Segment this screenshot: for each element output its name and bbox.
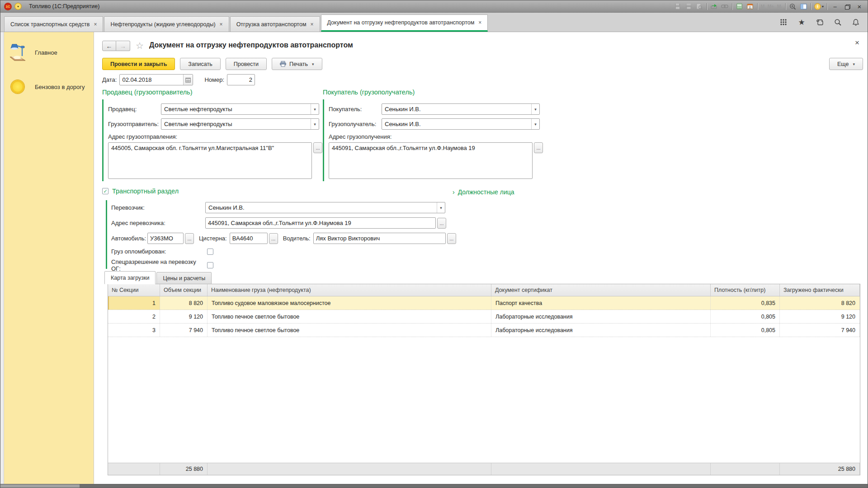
transport-checkbox[interactable]: ✓ — [102, 188, 108, 194]
chevron-down-icon[interactable]: ▾ — [311, 119, 319, 129]
tab-oil-products[interactable]: Нефтепродукты (жидкие углеводороды) × — [104, 16, 229, 32]
cell-section[interactable]: 3 — [108, 324, 160, 337]
cell-loaded[interactable]: 7 940 — [780, 324, 860, 337]
print-preview-icon[interactable] — [696, 3, 703, 10]
tank-input[interactable] — [230, 235, 267, 242]
cell-volume[interactable]: 9 120 — [160, 310, 208, 323]
column-header[interactable]: Объем секции — [160, 284, 208, 296]
cell-cargo[interactable]: Топливо печное светлое бытовое — [208, 324, 491, 337]
favorites-star-icon[interactable]: ★ — [797, 18, 806, 27]
transport-section-toggle[interactable]: ✓ Транспортный раздел — [102, 188, 179, 195]
calendar-picker-icon[interactable] — [183, 75, 193, 85]
address-picker-button[interactable]: ... — [313, 142, 322, 153]
number-input[interactable] — [227, 76, 255, 83]
go-link-icon[interactable] — [721, 3, 729, 10]
cargo-sealed-checkbox[interactable] — [207, 249, 213, 255]
tab-vehicle-list[interactable]: Список транспортных средств × — [4, 16, 103, 32]
chevron-down-icon[interactable]: ▾ — [311, 104, 319, 114]
column-header[interactable]: № Секции — [108, 284, 160, 296]
column-header[interactable]: Загружено фактически — [780, 284, 860, 296]
driver-input[interactable] — [314, 235, 445, 242]
sidebar-item-benzovoz[interactable]: Бензовоз в дорогу — [5, 76, 91, 97]
split-window-icon[interactable] — [800, 3, 807, 10]
memory-recall-button[interactable]: M — [761, 4, 764, 9]
history-scroll-icon[interactable] — [815, 18, 824, 27]
chevron-down-icon[interactable]: ▾ — [437, 202, 445, 213]
close-window-button[interactable]: × — [855, 3, 864, 10]
tab-prices[interactable]: Цены и расчеты — [156, 272, 212, 284]
seller-combo[interactable]: Светлые нефтепродукты ▾ — [161, 103, 319, 115]
carrier-address-input[interactable] — [206, 220, 435, 226]
service-info-button[interactable]: i ▾ — [814, 3, 824, 10]
more-button[interactable]: Еще ▾ — [829, 58, 863, 70]
vehicle-input[interactable] — [148, 235, 183, 242]
shipper-combo[interactable]: Светлые нефтепродукты ▾ — [161, 118, 319, 130]
carrier-address-picker-button[interactable]: ... — [437, 218, 446, 229]
back-button[interactable]: ← — [102, 41, 116, 51]
cell-cargo[interactable]: Топливо судовое маловязкое малосернистое — [208, 296, 491, 310]
write-button[interactable]: Записать — [180, 58, 220, 70]
memory-subtract-button[interactable]: M- — [777, 4, 782, 9]
zoom-icon[interactable] — [789, 3, 797, 10]
calendar-icon[interactable]: 31 — [746, 3, 754, 10]
cell-section[interactable]: 1 — [108, 296, 160, 310]
forward-button[interactable]: → — [116, 41, 130, 51]
restore-button[interactable] — [843, 3, 852, 10]
ship-to-address-input[interactable]: 445091, Самарская обл.,г.Тольятти ул.Ф.Н… — [329, 142, 533, 179]
carrier-combo[interactable]: Сенькин И.В. ▾ — [205, 202, 445, 213]
cell-section[interactable]: 2 — [108, 310, 160, 323]
main-menu-button[interactable]: ▾ — [14, 3, 22, 10]
table-row[interactable]: 1 8 820 Топливо судовое маловязкое малос… — [108, 296, 860, 310]
driver-picker-button[interactable]: ... — [447, 233, 456, 244]
special-permit-checkbox[interactable] — [207, 262, 213, 268]
buyer-combo[interactable]: Сенькин И.В. ▾ — [382, 103, 540, 115]
tab-truck-shipment[interactable]: Отгрузка автотранспортом × — [230, 16, 320, 32]
cell-density[interactable]: 0,835 — [711, 296, 780, 310]
table-row[interactable]: 2 9 120 Топливо печное светлое бытовое Л… — [108, 310, 860, 324]
search-icon[interactable] — [833, 18, 842, 27]
chevron-down-icon[interactable]: ▾ — [531, 119, 539, 129]
column-header[interactable]: Плотность (кг/литр) — [711, 284, 780, 296]
tab-load-map[interactable]: Карта загрузки — [104, 271, 156, 284]
favorite-star-icon[interactable]: ☆ — [136, 40, 144, 51]
form-close-icon[interactable]: × — [855, 38, 859, 47]
cell-cargo[interactable]: Топливо печное светлое бытовое — [208, 310, 491, 323]
chevron-down-icon[interactable]: ▾ — [531, 104, 539, 114]
vehicle-picker-button[interactable]: ... — [185, 233, 194, 244]
date-input[interactable] — [120, 76, 183, 83]
column-header[interactable]: Документ сертификат — [491, 284, 711, 296]
cell-volume[interactable]: 7 940 — [160, 324, 208, 337]
cell-loaded[interactable]: 8 820 — [780, 296, 860, 310]
tab-close-icon[interactable]: × — [220, 21, 223, 28]
table-row[interactable]: 3 7 940 Топливо печное светлое бытовое Л… — [108, 324, 860, 337]
consignee-combo[interactable]: Сенькин И.В. ▾ — [382, 118, 540, 130]
tab-close-icon[interactable]: × — [94, 21, 97, 28]
address-picker-button[interactable]: ... — [534, 142, 543, 153]
post-button[interactable]: Провести — [226, 58, 267, 70]
cell-volume[interactable]: 8 820 — [160, 296, 208, 310]
cell-density[interactable]: 0,805 — [711, 310, 780, 323]
notifications-bell-icon[interactable] — [851, 18, 860, 27]
tab-close-icon[interactable]: × — [310, 21, 313, 28]
officials-expander[interactable]: › Должностные лица — [453, 188, 514, 196]
cell-density[interactable]: 0,805 — [711, 324, 780, 337]
tank-picker-button[interactable]: ... — [269, 233, 278, 244]
minimize-button[interactable]: – — [830, 3, 840, 10]
cell-certificate[interactable]: Паспорт качества — [491, 296, 711, 310]
sidebar-item-main[interactable]: Главное — [5, 39, 91, 66]
tab-shipment-document[interactable]: Документ на отгрузку нефтепродуктов авто… — [321, 14, 488, 32]
print-button[interactable]: Печать ▾ — [272, 58, 322, 70]
cell-certificate[interactable]: Лабораторные исследования — [491, 324, 711, 337]
tab-close-icon[interactable]: × — [478, 19, 481, 26]
print-icon[interactable] — [685, 3, 693, 10]
all-functions-grid-icon[interactable] — [779, 18, 788, 27]
calculator-icon[interactable] — [736, 3, 743, 10]
ship-from-address-input[interactable]: 445005, Самарская обл. г.Тольятти ул.Маг… — [108, 142, 312, 179]
cell-certificate[interactable]: Лабораторные исследования — [491, 310, 711, 323]
memory-add-button[interactable]: M+ — [768, 4, 774, 9]
post-and-close-button[interactable]: Провести и закрыть — [102, 58, 175, 70]
get-link-icon[interactable] — [710, 3, 718, 10]
save-icon[interactable] — [674, 3, 682, 10]
column-header[interactable]: Наименование груза (нефтепродукта) — [208, 284, 491, 296]
cell-loaded[interactable]: 9 120 — [780, 310, 860, 323]
